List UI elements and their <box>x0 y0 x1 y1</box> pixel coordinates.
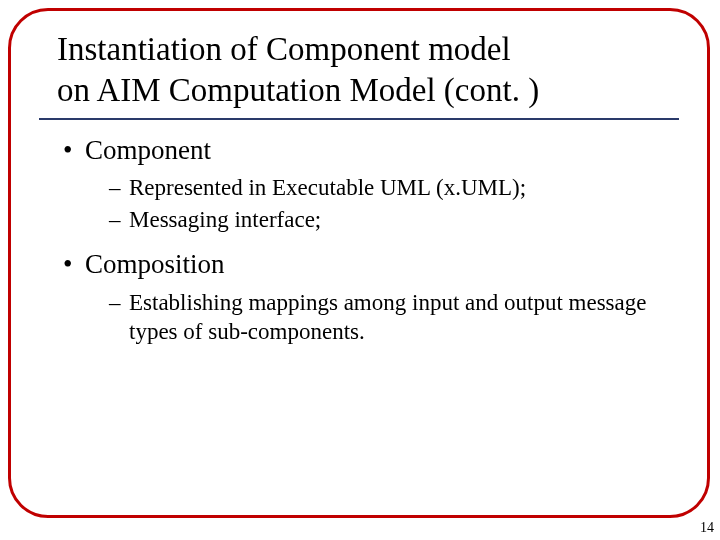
subbullet-text: Messaging interface; <box>129 207 321 232</box>
subbullet-text: Represented in Executable UML (x.UML); <box>129 175 526 200</box>
slide-title: Instantiation of Component model on AIM … <box>39 29 679 120</box>
page-number-text: 14 <box>700 520 714 535</box>
subbullet-messaging: Messaging interface; <box>109 205 675 234</box>
bullet-composition: Composition <box>63 248 675 282</box>
subbullet-text: Establishing mappings among input and ou… <box>129 290 646 344</box>
subbullet-represented: Represented in Executable UML (x.UML); <box>109 173 675 202</box>
title-line-2: on AIM Computation Model (cont. ) <box>57 72 539 108</box>
slide-frame: Instantiation of Component model on AIM … <box>8 8 710 518</box>
page-number: 14 <box>700 520 714 536</box>
slide-content: Component Represented in Executable UML … <box>39 134 679 347</box>
bullet-component: Component <box>63 134 675 168</box>
bullet-text: Component <box>85 135 211 165</box>
subbullet-mappings: Establishing mappings among input and ou… <box>109 288 675 347</box>
bullet-text: Composition <box>85 249 225 279</box>
title-line-1: Instantiation of Component model <box>57 31 511 67</box>
